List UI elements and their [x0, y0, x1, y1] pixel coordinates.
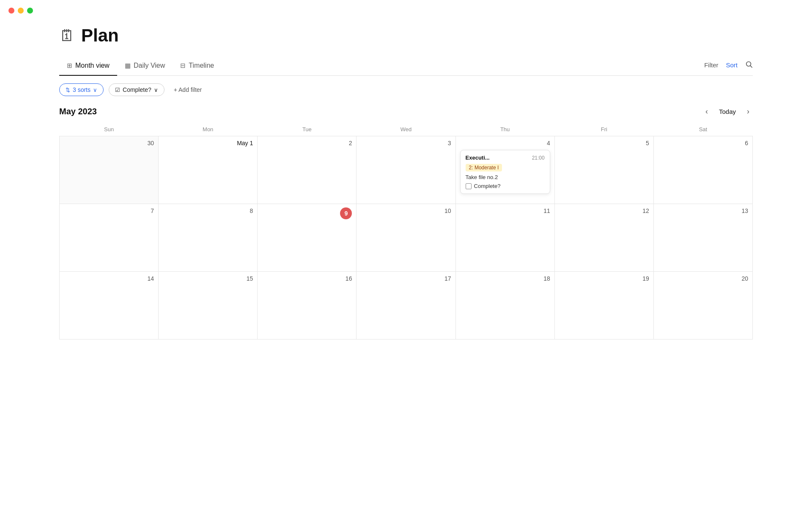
maximize-button[interactable]: [27, 8, 33, 14]
complete-filter-button[interactable]: ☑ Complete? ∨: [109, 83, 165, 96]
week-row: 7 8 9 10 11 12: [60, 204, 753, 272]
calendar-month-title: May 2023: [59, 107, 97, 116]
calendar-day[interactable]: 7: [60, 204, 159, 272]
event-desc: Take file no.2: [466, 174, 545, 180]
tab-month-view-label: Month view: [75, 62, 110, 69]
day-number: 17: [361, 275, 451, 282]
col-tue: Tue: [258, 123, 357, 136]
event-title: Executi...: [466, 155, 490, 161]
calendar-day[interactable]: 16: [258, 272, 357, 340]
tabs-row: ⊞ Month view ▦ Daily View ⊟ Timeline Fil…: [59, 58, 753, 76]
complete-checkbox-icon: ☑: [115, 87, 120, 93]
day-number: 3: [361, 140, 451, 146]
col-thu: Thu: [455, 123, 554, 136]
calendar-day[interactable]: May 1: [159, 136, 258, 204]
col-fri: Fri: [554, 123, 653, 136]
calendar-day[interactable]: 12: [554, 204, 653, 272]
calendar-day[interactable]: 14: [60, 272, 159, 340]
search-icon: [745, 61, 753, 68]
calendar-day[interactable]: 15: [159, 272, 258, 340]
col-wed: Wed: [357, 123, 455, 136]
timeline-icon: ⊟: [180, 62, 186, 69]
day-number: 2: [262, 140, 352, 146]
next-month-button[interactable]: ›: [743, 105, 753, 118]
day-number: 5: [559, 140, 649, 146]
event-card[interactable]: Executi... 21:00 2: Moderate I Take file…: [460, 150, 550, 194]
event-time: 21:00: [532, 155, 545, 161]
day-number: 15: [163, 275, 253, 282]
calendar-header: May 2023 ‹ Today ›: [59, 101, 753, 123]
calendar-day[interactable]: 13: [653, 204, 752, 272]
day-number: 18: [460, 275, 550, 282]
calendar-nav: ‹ Today ›: [702, 105, 753, 118]
event-complete-row: Complete?: [466, 183, 545, 189]
calendar-day[interactable]: 10: [357, 204, 455, 272]
calendar-grid: Sun Mon Tue Wed Thu Fri Sat 30 May 1 2: [59, 123, 753, 340]
week-row: 14 15 16 17 18 19 20: [60, 272, 753, 340]
main-content: 🗓 Plan ⊞ Month view ▦ Daily View ⊟ Timel…: [0, 25, 812, 340]
tab-timeline-label: Timeline: [189, 62, 214, 69]
day-number: 14: [64, 275, 154, 282]
svg-line-1: [750, 66, 752, 67]
filter-button[interactable]: Filter: [704, 61, 718, 69]
prev-month-button[interactable]: ‹: [702, 105, 711, 118]
complete-text: Complete?: [474, 183, 501, 189]
calendar-icon: 🗓: [59, 27, 75, 45]
add-filter-button[interactable]: + Add filter: [170, 84, 206, 96]
today-date: 9: [340, 207, 352, 219]
calendar-day[interactable]: 18: [455, 272, 554, 340]
tabs-right-actions: Filter Sort: [704, 61, 753, 73]
complete-checkbox[interactable]: [466, 183, 472, 189]
calendar-day[interactable]: 20: [653, 272, 752, 340]
day-number: 16: [262, 275, 352, 282]
calendar-day[interactable]: 6: [653, 136, 752, 204]
day-number: 13: [658, 207, 748, 214]
col-mon: Mon: [159, 123, 258, 136]
tab-month-view[interactable]: ⊞ Month view: [59, 58, 117, 75]
calendar-day[interactable]: 8: [159, 204, 258, 272]
today-button[interactable]: Today: [715, 106, 740, 117]
day-number: 20: [658, 275, 748, 282]
month-view-icon: ⊞: [67, 62, 72, 69]
filter-row: ⇅ 3 sorts ∨ ☑ Complete? ∨ + Add filter: [59, 76, 753, 101]
calendar-day[interactable]: 19: [554, 272, 653, 340]
complete-label: Complete?: [123, 86, 151, 93]
day-number: 12: [559, 207, 649, 214]
day-number: 11: [460, 207, 550, 214]
traffic-lights: [0, 0, 812, 21]
calendar-day[interactable]: 3: [357, 136, 455, 204]
calendar-day[interactable]: 11: [455, 204, 554, 272]
day-number: 4: [547, 140, 550, 146]
calendar-day[interactable]: 17: [357, 272, 455, 340]
event-badge: 2: Moderate I: [466, 164, 502, 171]
complete-chevron-icon: ∨: [154, 87, 158, 93]
sorts-icon: ⇅: [66, 87, 70, 93]
day-number: 8: [163, 207, 253, 214]
sorts-chevron-icon: ∨: [93, 87, 97, 93]
day-number: May 1: [163, 140, 253, 146]
minimize-button[interactable]: [18, 8, 24, 14]
tab-daily-view-label: Daily View: [134, 62, 165, 69]
close-button[interactable]: [8, 8, 14, 14]
week-row: 30 May 1 2 3 4: [60, 136, 753, 204]
tab-timeline[interactable]: ⊟ Timeline: [173, 58, 222, 75]
search-button[interactable]: [745, 61, 753, 69]
calendar-day[interactable]: 30: [60, 136, 159, 204]
col-sat: Sat: [653, 123, 752, 136]
col-sun: Sun: [60, 123, 159, 136]
day-number: 19: [559, 275, 649, 282]
day-number: 30: [64, 140, 154, 146]
day-number: 6: [658, 140, 748, 146]
calendar-day-4[interactable]: 4 Executi... 21:00 2: Moderate I Take fi…: [455, 136, 554, 204]
calendar-day-9[interactable]: 9: [258, 204, 357, 272]
sort-button[interactable]: Sort: [726, 61, 738, 69]
page-title: Plan: [81, 25, 119, 46]
calendar-day[interactable]: 5: [554, 136, 653, 204]
page-title-row: 🗓 Plan: [59, 25, 753, 46]
sorts-label: 3 sorts: [73, 86, 91, 93]
sorts-filter-button[interactable]: ⇅ 3 sorts ∨: [59, 83, 104, 96]
day-number: 7: [64, 207, 154, 214]
calendar-day[interactable]: 2: [258, 136, 357, 204]
tab-daily-view[interactable]: ▦ Daily View: [117, 58, 173, 75]
event-title-row: Executi... 21:00: [466, 155, 545, 161]
